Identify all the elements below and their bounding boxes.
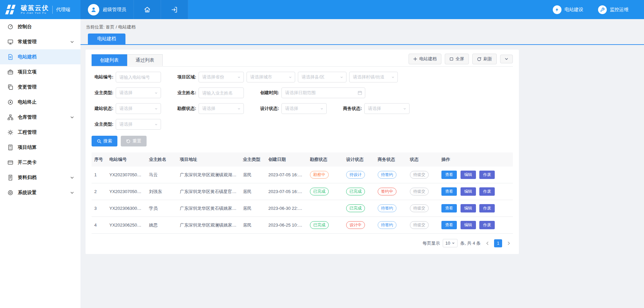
edit-button[interactable]: 编辑 <box>461 187 476 196</box>
chevron-down-icon <box>70 116 74 118</box>
sidebar-item-type2-card[interactable]: 开二类卡 <box>0 155 80 170</box>
add-station-button[interactable]: 电站建档 <box>409 54 441 64</box>
chevron-down-icon <box>320 107 324 111</box>
cell-station-no: YX2023070500011 <box>107 167 146 183</box>
void-button[interactable]: 作废 <box>479 204 495 212</box>
cell-actions: 查看 编辑 作废 <box>439 217 513 234</box>
chevron-down-icon <box>340 75 343 79</box>
next-page-button[interactable] <box>505 239 513 247</box>
station-build-nav[interactable]: 电站建设 <box>553 5 583 14</box>
page-number-1[interactable]: 1 <box>494 239 502 247</box>
reset-button[interactable]: 重置 <box>121 136 147 146</box>
station-no-label: 电站编号: <box>92 74 113 80</box>
edit-button[interactable]: 编辑 <box>461 221 476 229</box>
owner-name-input[interactable] <box>199 87 244 98</box>
tab-create-list[interactable]: 创建列表 <box>92 54 127 66</box>
view-button[interactable]: 查看 <box>441 171 457 179</box>
fullscreen-icon <box>449 57 453 61</box>
card-header: 创建列表 通过列表 电站建档 全屏 刷新 <box>92 54 513 67</box>
user-menu[interactable]: 超级管理员 <box>80 0 134 19</box>
dashboard-icon <box>7 24 13 30</box>
chevron-down-icon <box>70 41 74 43</box>
per-page-label: 每页显示 <box>423 240 440 246</box>
sidebar-item-project-initiation[interactable]: 项目立项 <box>0 64 80 79</box>
province-select[interactable]: 请选择省份 <box>199 72 244 82</box>
edit-button[interactable]: 编辑 <box>461 171 476 179</box>
business-status-badge: 待签约 <box>378 204 396 212</box>
void-button[interactable]: 作废 <box>479 221 495 229</box>
void-button[interactable]: 作废 <box>479 187 495 196</box>
table-row: 2 YX2023070500010 刘强东 广东深圳龙华区黄石镇星官大... 居… <box>92 183 513 200</box>
home-button[interactable] <box>134 0 161 19</box>
cell-address: 广东深圳龙华区黄石镇姚家庄... <box>177 200 240 217</box>
sidebar-item-label: 电站终止 <box>18 99 37 105</box>
sidebar-item-system-settings[interactable]: 系统设置 <box>0 185 80 200</box>
void-button[interactable]: 作废 <box>479 171 495 179</box>
refresh-button[interactable]: 刷新 <box>472 54 497 64</box>
owner-name-label: 业主姓名: <box>174 90 196 96</box>
sidebar-item-engineering-mgmt[interactable]: 工程管理 <box>0 125 80 140</box>
fullscreen-button[interactable]: 全屏 <box>445 54 469 64</box>
sidebar-item-console[interactable]: 控制台 <box>0 19 80 34</box>
owner-type-select[interactable]: 请选择 <box>116 87 161 98</box>
calculator-icon <box>7 144 13 150</box>
city-select[interactable]: 请选择城市 <box>247 72 295 82</box>
filter-buttons: 搜索 重置 <box>92 136 513 146</box>
design-status-select[interactable]: 请选择 <box>281 103 327 114</box>
total-label: 条, 共 4 条 <box>460 240 481 246</box>
business-status-select[interactable]: 请选择 <box>364 103 410 114</box>
view-button[interactable]: 查看 <box>441 187 457 196</box>
prev-page-button[interactable] <box>483 239 491 247</box>
monitor-ops-nav[interactable]: 监控运维 <box>598 5 629 14</box>
sidebar-item-change-mgmt[interactable]: 变更管理 <box>0 79 80 95</box>
breadcrumb-home-link[interactable]: 首页 <box>106 24 114 29</box>
chevron-down-icon <box>288 75 292 79</box>
gear-icon <box>7 129 13 135</box>
main-content: 当前位置: 首页 / 电站建档 电站建档 创建列表 通过列表 电站建档 全屏 <box>80 0 644 254</box>
survey-status-select[interactable]: 请选择 <box>199 103 244 114</box>
logout-button[interactable] <box>161 0 188 19</box>
build-status-label: 建站状态: <box>92 106 113 112</box>
sidebar-item-data-archive[interactable]: 资料归档 <box>0 170 80 185</box>
county-select[interactable]: 请选择县/区 <box>298 72 346 82</box>
col-index: 序号 <box>92 152 107 167</box>
breadcrumb-prefix: 当前位置: <box>86 24 105 29</box>
col-status: 状态 <box>407 152 439 167</box>
cell-address: 广东深圳龙华区黄石镇星官大... <box>177 183 240 200</box>
date-range-input[interactable]: 请选择日期范围 <box>281 87 365 98</box>
cell-station-no: YX2023070500010 <box>107 183 146 200</box>
station-table: 序号 电站编号 业主姓名 项目地址 业主类型 创建日期 勘察状态 设计状态 商务… <box>92 152 513 234</box>
business-status-badge: 待签约 <box>378 221 396 229</box>
collapse-button[interactable] <box>500 55 513 63</box>
archive-icon <box>7 175 13 181</box>
logo-subtitle: Po Jian Yun Fu <box>21 11 49 14</box>
tab-passed-list[interactable]: 通过列表 <box>127 54 163 66</box>
calendar-icon <box>358 90 362 95</box>
status-badge: 待提交 <box>410 204 429 212</box>
sidebar-item-warehouse-mgmt[interactable]: 仓库管理 <box>0 110 80 125</box>
chevron-down-icon <box>154 123 158 126</box>
edit-button[interactable]: 编辑 <box>461 204 476 212</box>
owner-type2-select[interactable]: 请选择 <box>116 119 161 130</box>
page-tab-station-filing[interactable]: 电站建档 <box>88 34 125 44</box>
station-no-input[interactable] <box>116 72 161 82</box>
filter-row-2: 业主类型: 请选择 业主姓名: 创建时间: 请选择日期范围 <box>92 87 513 98</box>
search-button[interactable]: 搜索 <box>92 136 117 146</box>
cell-address: 广东深圳龙华区观澜镇观湖路... <box>177 167 240 183</box>
page-size-select[interactable]: 10 <box>443 239 458 247</box>
build-status-select[interactable]: 请选择 <box>116 103 161 114</box>
cell-index: 3 <box>92 200 107 217</box>
pagination: 每页显示 10 条, 共 4 条 1 <box>92 239 513 247</box>
view-button[interactable]: 查看 <box>441 221 457 229</box>
sidebar-item-station-termination[interactable]: 电站终止 <box>0 95 80 110</box>
view-button[interactable]: 查看 <box>441 204 457 212</box>
town-select[interactable]: 请选择村镇/街道 <box>349 72 398 82</box>
content-card: 创建列表 通过列表 电站建档 全屏 刷新 <box>86 50 519 254</box>
cell-owner-type: 居民 <box>240 167 266 183</box>
cell-owner-type: 居民 <box>240 200 266 217</box>
sidebar-item-general-mgmt[interactable]: 常规管理 <box>0 34 80 49</box>
col-business: 商务状态 <box>375 152 407 167</box>
design-status-badge: 待设计 <box>346 171 365 179</box>
sidebar-item-project-settlement[interactable]: 项目结算 <box>0 140 80 155</box>
sidebar-item-station-filing[interactable]: 电站建档 <box>0 49 80 64</box>
